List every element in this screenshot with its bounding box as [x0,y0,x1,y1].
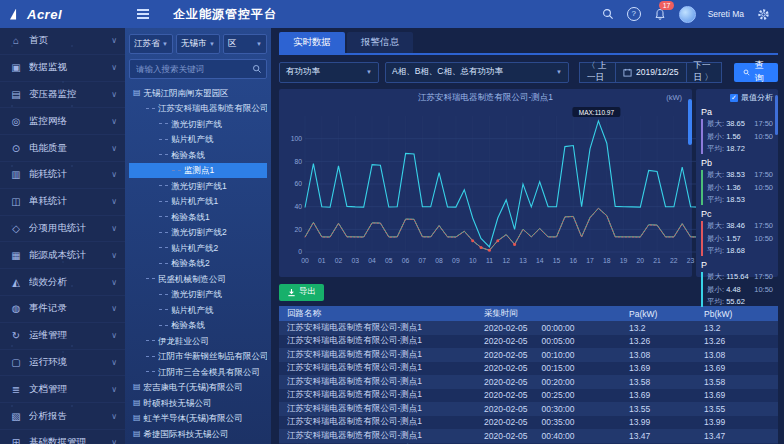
stats-scrollbar[interactable] [775,95,778,135]
table-row[interactable]: 江苏安科瑞电器制造有限公司-测点1 2020-02-0500:35:00 13.… [279,416,778,430]
sidebar-item-2[interactable]: ▤ 变压器监控 ∨ [0,82,125,109]
tree-connector [146,278,155,279]
tree-node[interactable]: 激光切割产线2 [129,225,267,241]
tree-connector [159,309,168,310]
sidebar-item-label: 文档管理 [29,383,111,396]
svg-text:06: 06 [402,257,410,264]
sidebar-item-12[interactable]: ▢ 运行环境 ∨ [0,350,125,377]
tree-node-label: 激光切割产线1 [171,182,227,191]
sidebar-item-13[interactable]: ≣ 文档管理 ∨ [0,376,125,403]
tree-node[interactable]: 激光切割产线 [129,287,267,303]
sidebar-item-label: 数据监视 [29,61,111,74]
cell-loop-name: 江苏安科瑞电器制造有限公司-测点1 [279,389,484,401]
phase-select[interactable]: A相、B相、C相、总有功功率▼ [385,62,569,83]
sidebar-item-0[interactable]: ⌂ 首页 ∨ [0,28,125,55]
next-day-button[interactable]: 下一日 〉 [686,62,723,83]
tab-1[interactable]: 报警信息 [347,32,413,53]
tree-node[interactable]: 监测点1 [129,163,267,179]
tree-node[interactable]: 贴片机产线 [129,132,267,148]
tree-node-label: 虹羊半导体(无锡)有限公司 [144,414,243,423]
chevron-down-icon: ∨ [111,412,117,421]
date-picker[interactable]: 2019/12/25 [616,62,686,83]
tree-node[interactable]: 贴片机产线2 [129,240,267,256]
table-row[interactable]: 江苏安科瑞电器制造有限公司-测点1 2020-02-0500:10:00 13.… [279,348,778,362]
sidebar-item-15[interactable]: ⊞ 基础数据管理 ∨ [0,430,125,444]
chevron-down-icon: ∨ [111,170,117,179]
chart-scrollbar[interactable] [688,99,692,145]
sidebar-icon: ◭ [8,277,24,288]
chevron-down-icon: ∨ [111,144,117,153]
table-row[interactable]: 江苏安科瑞电器制造有限公司-测点1 2020-02-0500:15:00 13.… [279,362,778,376]
table-row[interactable]: 江苏安科瑞电器制造有限公司-测点1 2020-02-0500:25:00 13.… [279,389,778,403]
sidebar-item-3[interactable]: ◎ 监控网络 ∨ [0,108,125,135]
tree-node[interactable]: 激光切割产线 [129,116,267,132]
table-row[interactable]: 江苏安科瑞电器制造有限公司-测点1 2020-02-0500:05:00 13.… [279,335,778,349]
metric-select[interactable]: 有功功率▼ [279,62,379,83]
district-select[interactable]: 区▼ [223,34,267,54]
tree-node[interactable]: 贴片机产线1 [129,194,267,210]
bell-icon[interactable]: 17 [653,7,667,21]
tree-search-input[interactable] [134,63,252,75]
sidebar-item-11[interactable]: ↻ 运维管理 ∨ [0,323,125,350]
sidebar-item-10[interactable]: ◍ 事件记录 ∨ [0,296,125,323]
tree-connector [159,139,168,140]
tree-node[interactable]: ▤希捷国际科技无锡公司 [129,426,267,438]
chevron-down-icon: ∨ [111,90,117,99]
org-icon: ▤ [133,89,141,97]
tree-node[interactable]: 贴片机产线 [129,302,267,318]
tree-node[interactable]: 伊龙鞋业公司 [129,333,267,349]
menu-toggle-icon[interactable] [137,9,149,19]
tree-node[interactable]: 江阴市华新钢丝制品有限公司 [129,349,267,365]
tree-search-box [129,59,267,79]
tree-node[interactable]: 检验条线1 [129,209,267,225]
cell-loop-name: 江苏安科瑞电器制造有限公司-测点1 [279,322,484,334]
sidebar-item-9[interactable]: ◭ 绩效分析 ∨ [0,269,125,296]
stat-series-name: P [701,260,773,270]
query-button[interactable]: 查询 [734,63,778,82]
cell-pa: 13.55 [629,404,704,414]
city-select[interactable]: 无锡市▼ [176,34,220,54]
tree-node[interactable]: 检验条线 [129,318,267,334]
tree-node[interactable]: 江阴市三合金模具有限公司 [129,364,267,380]
gear-icon[interactable] [756,7,770,21]
tree-node[interactable]: 民盛机械制造公司 [129,271,267,287]
cell-loop-name: 江苏安科瑞电器制造有限公司-测点1 [279,403,484,415]
prev-day-button[interactable]: 〈 上一日 [579,62,616,83]
avatar[interactable] [679,6,696,23]
chevron-down-icon: ∨ [111,278,117,287]
tab-0[interactable]: 实时数据 [279,32,345,53]
table-row[interactable]: 江苏安科瑞电器制造有限公司-测点1 2020-02-0500:40:00 13.… [279,429,778,443]
tree-connector [146,371,155,372]
sidebar-item-7[interactable]: ◇ 分项用电统计 ∨ [0,216,125,243]
sidebar-icon: ▥ [8,169,24,180]
sidebar-item-8[interactable]: ▦ 能源成本统计 ∨ [0,242,125,269]
export-button[interactable]: 导出 [279,284,324,301]
tree-node[interactable]: 检验条线 [129,147,267,163]
tree-node[interactable]: ▤时硕科技无锡公司 [129,395,267,411]
tree-node[interactable]: 激光切割产线1 [129,178,267,194]
sidebar-item-4[interactable]: ⊙ 电能质量 ∨ [0,135,125,162]
sidebar-item-1[interactable]: ▣ 数据监视 ∨ [0,55,125,82]
tree-node[interactable]: 江苏安科瑞电器制造有限公司 [129,101,267,117]
sidebar-item-5[interactable]: ▥ 能耗统计 ∨ [0,162,125,189]
table-row[interactable]: 江苏安科瑞电器制造有限公司-测点1 2020-02-0500:00:00 13.… [279,321,778,335]
table-row[interactable]: 江苏安科瑞电器制造有限公司-测点1 2020-02-0500:30:00 13.… [279,402,778,416]
app-window: Acrel 企业能源管控平台 ? 17 Sereti Ma ⌂ 首页 ∨▣ 数据… [0,0,784,444]
tree-node[interactable]: ▤虹羊半导体(无锡)有限公司 [129,411,267,427]
tree-node[interactable]: ▤无锡江阴南闸东盟园区 [129,85,267,101]
tree-node[interactable]: ▤宏吉康电子(无锡)有限公司 [129,380,267,396]
table-row[interactable]: 江苏安科瑞电器制造有限公司-测点1 2020-02-0500:20:00 13.… [279,375,778,389]
tree-node[interactable]: 检验条线2 [129,256,267,272]
sidebar-item-label: 首页 [29,34,111,47]
tree-node-label: 检验条线 [171,321,205,330]
data-tabs: 实时数据报警信息 [279,30,778,55]
sidebar-item-label: 能耗统计 [29,168,111,181]
help-icon[interactable]: ? [627,7,641,21]
sidebar-item-6[interactable]: ◫ 单耗统计 ∨ [0,189,125,216]
max-analysis-toggle[interactable]: ✓ 最值分析 [701,92,773,103]
province-select[interactable]: 江苏省▼ [129,34,173,54]
sidebar-item-14[interactable]: ▧ 分析报告 ∨ [0,403,125,430]
search-icon[interactable] [601,7,615,21]
search-icon[interactable] [252,64,262,74]
line-chart[interactable]: 0 20 40 60 80 10000010203040506070809101… [283,104,707,272]
